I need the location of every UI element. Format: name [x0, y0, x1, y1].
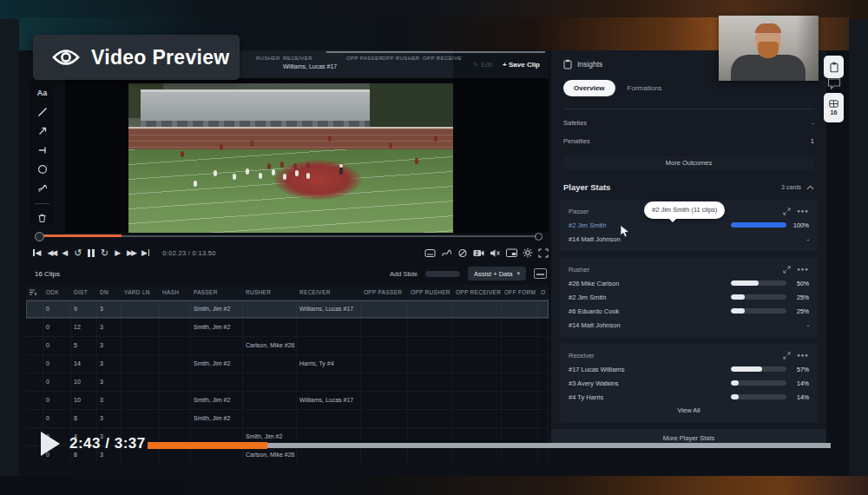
player-figure: [233, 174, 236, 180]
video-frame[interactable]: [128, 83, 453, 233]
forward-seek-icon[interactable]: ↻: [101, 246, 108, 260]
table-row[interactable]: 0103: [26, 373, 549, 392]
add-slide-label[interactable]: Add Slide: [390, 270, 418, 278]
view-all-button[interactable]: View All: [569, 404, 809, 418]
skip-end-icon[interactable]: ▶: [141, 246, 149, 260]
tab-overview[interactable]: Overview: [563, 80, 615, 96]
column-header-passer[interactable]: PASSER: [191, 289, 243, 295]
clipboard-sidebar-button[interactable]: [824, 56, 844, 78]
scrubber-track[interactable]: [122, 235, 536, 237]
trash-icon[interactable]: [35, 213, 50, 224]
column-header-rusher[interactable]: RUSHER: [243, 289, 297, 295]
stat-row[interactable]: #14 Matt Johnson-: [569, 232, 809, 246]
field-receiver[interactable]: RECEIVER Williams, Lucas #17: [283, 56, 337, 69]
table-row[interactable]: 093Smith, Jim #2Williams, Lucas #17: [26, 300, 549, 319]
expand-icon[interactable]: [783, 208, 791, 215]
replay-icon[interactable]: ↺: [74, 246, 82, 260]
stat-row[interactable]: #3 Avery Watkins14%: [569, 376, 809, 390]
stat-player-name: #2 Jim Smith: [569, 294, 606, 301]
assist-data-dropdown[interactable]: Assist + Data ▾: [468, 267, 526, 280]
column-header-opp-rusher[interactable]: OPP RUSHER: [408, 289, 453, 295]
expand-icon[interactable]: [783, 266, 791, 274]
table-row[interactable]: 0143Smith, Jim #2Harris, Ty #4: [26, 355, 549, 373]
edit-button[interactable]: ✎ Edit: [473, 61, 492, 69]
table-cell: Carlson, Mike #26: [243, 337, 297, 354]
stat-row[interactable]: #2 Jim Smith25%: [569, 290, 809, 304]
column-header-dist[interactable]: DIST: [71, 289, 97, 295]
column-header-off-form[interactable]: OFF FORM: [502, 289, 538, 295]
table-cell: [243, 355, 297, 373]
sort-icon[interactable]: [26, 288, 43, 297]
scrubber-playhead[interactable]: [35, 232, 44, 241]
draw-tools-icon[interactable]: [441, 248, 452, 258]
table-cell: [191, 373, 243, 391]
pause-icon[interactable]: [88, 249, 95, 257]
field-opp-passer[interactable]: OPP PASSER: [346, 56, 383, 61]
settings-gear-icon[interactable]: [523, 248, 533, 258]
column-header-receiver[interactable]: RECEIVER: [297, 289, 361, 295]
clipboard-panel-icon[interactable]: [424, 248, 436, 258]
stat-row[interactable]: #26 Mike Carlson50%: [569, 276, 809, 290]
column-header-yard-ln[interactable]: YARD LN: [122, 289, 160, 295]
freehand-tool-icon[interactable]: [35, 183, 50, 195]
card-menu-icon[interactable]: ●●●: [797, 208, 809, 214]
scrubber-end-handle[interactable]: [535, 233, 542, 241]
fast-forward-icon[interactable]: ▶▶: [127, 246, 135, 260]
table-cell: [408, 355, 453, 373]
line-tool-icon[interactable]: [35, 106, 50, 117]
expand-icon[interactable]: [783, 352, 791, 360]
field-rusher[interactable]: RUSHER: [256, 56, 280, 61]
keyboard-shortcuts-icon[interactable]: [534, 268, 547, 279]
arrow-tool-icon[interactable]: [35, 125, 50, 136]
tab-formations[interactable]: Formations: [628, 84, 662, 92]
webcam-video[interactable]: [719, 16, 819, 81]
stat-row[interactable]: #6 Eduardo Cook25%: [569, 304, 809, 318]
column-header-hash[interactable]: HASH: [160, 289, 191, 295]
card-menu-icon[interactable]: ●●●: [797, 267, 809, 272]
scene-field-logo: [274, 160, 361, 200]
field-opp-rusher[interactable]: OPP RUSHER: [382, 56, 420, 61]
tbar-route-tool-icon[interactable]: [35, 145, 50, 156]
card-menu-icon[interactable]: ●●●: [797, 353, 809, 358]
text-tool-icon[interactable]: Aa: [35, 87, 50, 98]
column-header-dn[interactable]: DN: [97, 289, 122, 295]
camera-angle-2-icon[interactable]: 2: [473, 248, 484, 258]
table-row[interactable]: 053Carlson, Mike #26: [26, 337, 549, 355]
mute-icon[interactable]: [490, 248, 501, 258]
outcome-row-safeties[interactable]: Safeties -: [563, 116, 814, 129]
fullscreen-icon[interactable]: [538, 248, 549, 258]
step-back-icon[interactable]: ◀: [62, 246, 68, 260]
table-cell: [122, 337, 160, 354]
player-figure: [272, 169, 275, 175]
stat-row[interactable]: #2 Jim Smith100%: [569, 218, 809, 232]
save-clip-button[interactable]: + Save Clip: [503, 61, 540, 69]
play-icon[interactable]: ▶: [115, 246, 121, 260]
player-figure: [295, 170, 299, 176]
stat-row[interactable]: #14 Matt Johnson-: [569, 318, 809, 332]
rewind-icon[interactable]: ◀◀: [47, 246, 56, 260]
preview-play-button[interactable]: [41, 432, 60, 456]
ellipse-tool-icon[interactable]: [35, 164, 50, 175]
chevron-up-icon[interactable]: [806, 185, 814, 190]
skip-start-icon[interactable]: ◀: [33, 246, 41, 260]
column-header-odk[interactable]: ODK: [43, 289, 71, 295]
table-cell: [297, 373, 361, 391]
loop-off-icon[interactable]: [457, 248, 468, 258]
table-row[interactable]: 0103Smith, Jim #2Williams, Lucas #17: [26, 392, 549, 410]
column-header-opp-receiver[interactable]: OPP RECEIVER: [453, 289, 502, 295]
outcome-row-penalties[interactable]: Penalties 1: [563, 135, 814, 147]
stat-row[interactable]: #17 Lucas Williams57%: [569, 362, 809, 376]
picture-in-picture-icon[interactable]: [506, 248, 517, 258]
comment-bubble-icon[interactable]: [827, 78, 841, 89]
field-opp-receiver[interactable]: OPP RECEIVE: [423, 56, 462, 61]
more-outcomes-button[interactable]: More Outcomes: [563, 156, 814, 170]
preview-progress-bar[interactable]: [148, 442, 831, 449]
column-header-o[interactable]: O: [538, 289, 549, 295]
table-row[interactable]: 0123Smith, Jim #2: [26, 319, 549, 337]
stat-row[interactable]: #4 Ty Harris14%: [569, 390, 809, 404]
grid-view-button[interactable]: 16: [824, 93, 844, 122]
table-cell: [243, 300, 297, 318]
column-header-opp-passer[interactable]: OPP PASSER: [361, 289, 408, 295]
table-row[interactable]: 083Smith, Jim #2: [26, 410, 549, 428]
slide-slider[interactable]: [425, 271, 460, 277]
